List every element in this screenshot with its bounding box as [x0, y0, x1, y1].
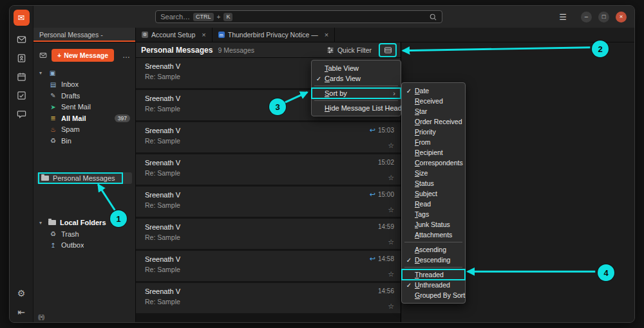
menu-item[interactable]: ✓ Unthreaded — [402, 280, 465, 290]
spaces-toolbar: ✉ ⚙ ⇤ — [10, 6, 33, 322]
folder-label: Outbox — [61, 241, 84, 249]
star-icon[interactable]: ☆ — [388, 271, 394, 278]
tab-close-icon[interactable]: × — [202, 31, 205, 39]
message-time: 14:58 — [378, 255, 394, 262]
message-subject: Re: Sample — [145, 169, 394, 177]
quick-filter-button[interactable]: Quick Filter — [327, 46, 372, 54]
plus-icon: + — [57, 51, 61, 59]
annotation-badge-3: 3 — [269, 98, 286, 115]
message-meta: ↩ 14:59 — [370, 223, 394, 230]
thunderbird-logo-icon[interactable]: ✉ — [14, 10, 30, 26]
main-column: Search… CTRL + K ☰ – □ × Personal Messag… — [33, 6, 634, 322]
maximize-button[interactable]: □ — [598, 12, 609, 23]
chat-icon[interactable] — [16, 109, 26, 119]
close-button[interactable]: × — [616, 12, 627, 23]
minimize-button[interactable]: – — [581, 12, 592, 23]
menu-item[interactable]: ✓ Read — [402, 199, 465, 209]
mail-filter-icon[interactable] — [39, 51, 47, 59]
menu-item-label: Recipient — [415, 149, 443, 157]
message-time: 14:56 — [378, 287, 394, 295]
chevron-down-icon[interactable]: ▾ — [39, 70, 44, 76]
message-sender: Sreenath V — [145, 127, 394, 134]
message-list-header: Personal Messages 9 Messages Quick Filte… — [136, 42, 401, 58]
menu-item[interactable]: ✓ Priority — [402, 127, 465, 137]
settings-gear-icon[interactable]: ⚙ — [16, 288, 26, 298]
more-options-icon[interactable]: … — [122, 51, 130, 60]
annotation-badge-4: 4 — [598, 264, 614, 281]
message-sender: Sreenath V — [145, 255, 394, 263]
menu-item[interactable]: ✓ Size — [402, 168, 465, 178]
tab-account-setup[interactable]: ⚙ Account Setup × — [136, 28, 213, 42]
chevron-down-icon[interactable]: ▾ — [39, 220, 44, 226]
address-book-icon[interactable] — [16, 53, 26, 63]
tab-privacy-notice[interactable]: m Thunderbird Privacy Notice — × — [213, 28, 336, 42]
folder-row[interactable]: ✎ Drafts — [33, 90, 135, 102]
message-list-display-options-icon[interactable] — [380, 44, 395, 56]
tab-personal-messages[interactable]: Personal Messages - — [33, 28, 136, 42]
folder-type-icon: ♨ — [49, 126, 57, 133]
menu-item[interactable]: ✓ Subject — [402, 188, 465, 199]
menu-item-label: Cards View — [325, 75, 361, 83]
check-icon: ✓ — [405, 281, 413, 289]
folder-row[interactable]: ↥ Outbox — [33, 240, 135, 251]
menu-item[interactable]: ✓ Hide Message List Header › — [312, 103, 401, 113]
folder-row[interactable]: ≣ All Mail 397 — [33, 113, 135, 124]
folder-row[interactable]: ▤ Inbox — [33, 79, 135, 91]
folder-pane: + New Message … ▾ ▣ ▤ — [33, 42, 136, 322]
app-menu-icon[interactable]: ☰ — [559, 12, 567, 22]
folder-row[interactable]: ♻ Bin — [33, 135, 135, 147]
menu-item[interactable]: ✓ From — [402, 137, 465, 147]
tab-close-icon[interactable]: × — [325, 31, 328, 39]
calendar-icon[interactable] — [16, 71, 26, 82]
folder-label: Sent Mail — [61, 103, 91, 111]
menu-item[interactable]: ✓ Grouped By Sort — [402, 290, 465, 300]
new-message-button[interactable]: + New Message — [52, 49, 114, 62]
message-card[interactable]: Sreenath V Re: Sample ↩ 15:03 ☆ — [136, 122, 401, 152]
menu-item[interactable]: ✓ Star — [402, 106, 465, 116]
folder-type-icon: ✎ — [49, 92, 57, 99]
menu-item[interactable]: ✓ Cards View › — [312, 73, 401, 84]
message-meta: ↩ 15:00 — [370, 191, 394, 198]
annotation-badge-1: 1 — [110, 210, 127, 227]
menu-item[interactable]: ✓ Table View › — [312, 63, 401, 73]
personal-messages-folder-row[interactable]: Personal Messages — [37, 172, 132, 184]
star-icon[interactable]: ☆ — [388, 142, 394, 149]
star-icon[interactable]: ☆ — [388, 206, 394, 214]
star-icon[interactable]: ☆ — [388, 303, 394, 310]
folder-row[interactable]: ♻ Trash — [33, 228, 135, 240]
global-search-input[interactable]: Search… CTRL + K — [155, 10, 442, 23]
message-subject: Re: Sample — [145, 137, 394, 145]
tasks-icon[interactable] — [16, 90, 26, 100]
menu-item[interactable]: ✓ Descending — [402, 255, 465, 265]
menu-item[interactable]: ✓ Received — [402, 96, 465, 106]
menu-item[interactable]: ✓ Threaded — [402, 269, 465, 280]
message-time: 15:02 — [378, 159, 394, 166]
folder-icon — [48, 220, 56, 225]
local-folder-list: ♻ Trash ↥ Outbox — [33, 228, 135, 251]
menu-item-label: Read — [415, 200, 431, 208]
menu-item[interactable]: ✓ Date — [402, 86, 465, 96]
menu-item[interactable]: ✓ Attachments — [402, 230, 465, 240]
menu-item[interactable]: ✓ Status — [402, 178, 465, 188]
folder-row[interactable]: ♨ Spam — [33, 124, 135, 136]
menu-item[interactable]: ✓ Recipient — [402, 147, 465, 158]
menu-item[interactable]: ✓ Sort by › — [312, 88, 401, 98]
message-card[interactable]: Sreenath V Re: Sample ↩ 14:59 ☆ — [136, 219, 401, 249]
message-card[interactable]: Sreenath V Re: Sample ↩ 14:58 ☆ — [136, 251, 401, 281]
message-card[interactable]: Sreenath V Re: Sample ↩ 15:02 ☆ — [136, 154, 401, 185]
menu-item[interactable]: ✓ Tags — [402, 209, 465, 219]
message-card[interactable]: Sreenath V Re: Sample ↩ 14:56 ☆ — [136, 283, 401, 313]
mail-space-icon[interactable] — [16, 34, 26, 44]
collapse-spaces-icon[interactable]: ⇤ — [16, 307, 26, 317]
account-folder-list: ▤ Inbox ✎ Drafts — [33, 79, 135, 147]
message-card[interactable]: Sreenath V Re: Sample ↩ 15:00 ☆ — [136, 187, 401, 217]
folder-row[interactable]: ➤ Sent Mail — [33, 102, 135, 113]
menu-item[interactable]: ✓ Correspondents — [402, 158, 465, 168]
account-row[interactable]: ▾ ▣ — [33, 68, 135, 79]
star-icon[interactable]: ☆ — [388, 239, 394, 246]
star-icon[interactable]: ☆ — [388, 174, 394, 181]
menu-item[interactable]: ✓ Ascending — [402, 244, 465, 255]
menu-item[interactable]: ✓ Order Received — [402, 116, 465, 127]
menu-item[interactable]: ✓ Junk Status — [402, 219, 465, 230]
replied-icon: ↩ — [370, 127, 375, 134]
